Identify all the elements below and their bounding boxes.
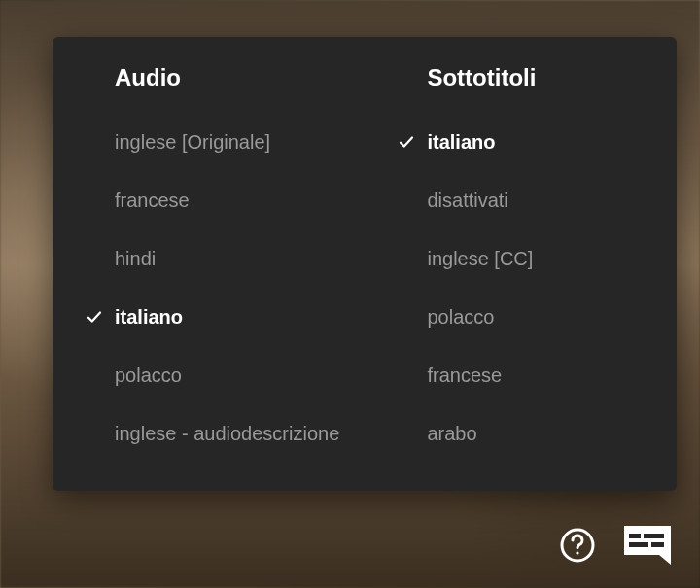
- audio-column: Audio inglese [Originale]francesehindiit…: [86, 64, 398, 473]
- subtitles-title: Sottotitoli: [398, 64, 644, 91]
- subtitles-column: Sottotitoli italianodisattivatiinglese […: [398, 64, 644, 473]
- audio-option-label: italiano: [115, 305, 183, 329]
- subtitle-option-label: arabo: [427, 422, 476, 445]
- subtitle-option[interactable]: arabo: [398, 404, 644, 463]
- audio-option[interactable]: inglese - audiodescrizione: [86, 404, 398, 463]
- subtitle-option[interactable]: italiano: [398, 113, 644, 171]
- svg-point-1: [576, 551, 578, 554]
- audio-option-label: hindi: [115, 247, 156, 270]
- audio-option[interactable]: italiano: [86, 288, 398, 346]
- svg-rect-7: [651, 542, 664, 547]
- svg-marker-3: [659, 555, 671, 565]
- subtitle-option[interactable]: disattivati: [398, 171, 644, 229]
- subtitle-option-label: inglese [CC]: [427, 247, 533, 270]
- audio-title: Audio: [86, 64, 398, 91]
- audio-options-list: inglese [Originale]francesehindiitaliano…: [86, 113, 398, 463]
- svg-rect-2: [624, 526, 671, 555]
- audio-subtitles-panel: Audio inglese [Originale]francesehindiit…: [52, 37, 677, 491]
- subtitles-icon: [622, 524, 677, 567]
- audio-option-label: inglese [Originale]: [115, 130, 270, 154]
- audio-option-label: polacco: [115, 363, 182, 387]
- svg-rect-4: [629, 534, 641, 538]
- audio-option-label: francese: [115, 189, 190, 212]
- subtitle-option-label: italiano: [427, 130, 495, 154]
- audio-option[interactable]: inglese [Originale]: [86, 113, 398, 171]
- subtitles-button[interactable]: [622, 524, 677, 567]
- subtitle-option[interactable]: francese: [398, 346, 644, 404]
- check-icon: [398, 133, 427, 151]
- audio-option-label: inglese - audiodescrizione: [115, 422, 339, 445]
- audio-option[interactable]: polacco: [86, 346, 398, 404]
- subtitle-option-label: disattivati: [427, 189, 508, 212]
- subtitle-option-label: francese: [427, 363, 502, 387]
- subtitle-option[interactable]: inglese [CC]: [398, 229, 644, 288]
- subtitle-option[interactable]: polacco: [398, 288, 644, 346]
- subtitle-option-label: polacco: [427, 305, 494, 329]
- audio-option[interactable]: francese: [86, 171, 398, 229]
- help-button[interactable]: [558, 526, 597, 565]
- svg-rect-6: [629, 542, 648, 547]
- help-icon: [558, 526, 597, 565]
- audio-option[interactable]: hindi: [86, 229, 398, 288]
- svg-rect-5: [644, 534, 664, 538]
- footer-controls: [558, 524, 677, 567]
- check-icon: [86, 308, 115, 326]
- subtitles-options-list: italianodisattivatiinglese [CC]polaccofr…: [398, 113, 644, 463]
